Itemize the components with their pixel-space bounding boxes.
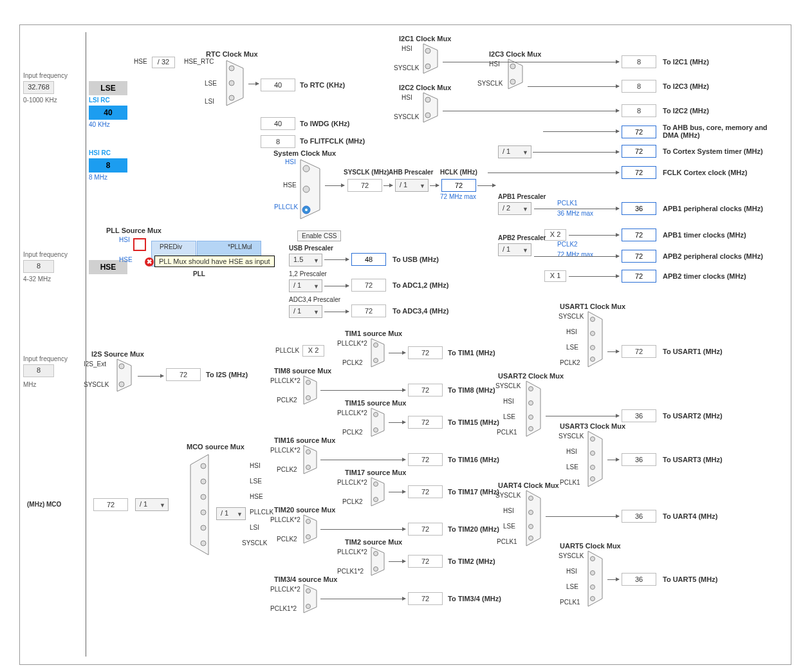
apb1-prescaler-select[interactable]: / 2: [498, 202, 531, 215]
uart5-title: UART5 Clock Mux: [560, 542, 621, 550]
svg-point-55: [591, 585, 595, 590]
tim17-out-label: To TIM17 (MHz): [448, 488, 499, 496]
rtc-mux[interactable]: [225, 59, 248, 107]
input-freq-i2s-label: Input frequency: [23, 355, 68, 362]
u3-sig2: LSE: [566, 463, 578, 471]
adc34-prescaler-select[interactable]: / 1: [289, 305, 322, 318]
input-freq-i2s[interactable]: 8: [23, 364, 54, 377]
fclk-out-val: 72: [622, 166, 656, 179]
usart2-mux[interactable]: [525, 380, 544, 438]
hclk-val[interactable]: 72: [441, 179, 476, 192]
apb2-prescaler-select[interactable]: / 1: [498, 243, 531, 256]
i2c3-mux[interactable]: [507, 58, 526, 90]
usart3-mux[interactable]: [587, 430, 606, 488]
usb-out-label: To USB (MHz): [392, 256, 439, 263]
usb-prescaler-select[interactable]: 1.5: [289, 254, 322, 266]
adc34-title: ADC3,4 Prescaler: [289, 296, 340, 303]
svg-point-22: [306, 465, 311, 470]
sysclk-out-label: SYSCLK (MHz): [344, 169, 389, 176]
cortex-div-select[interactable]: / 1: [498, 145, 531, 158]
input-freq-lse[interactable]: 32.768: [23, 81, 54, 94]
sysclk-hsi-sig: HSI: [285, 158, 296, 165]
tim8-val: 72: [408, 384, 443, 397]
usb-val[interactable]: 48: [351, 253, 386, 266]
i2s-mux[interactable]: [116, 358, 135, 393]
tim17-title: TIM17 source Mux: [345, 469, 406, 476]
wire: [443, 62, 619, 62]
wire: [383, 185, 392, 186]
usart1-val: 72: [622, 345, 656, 358]
pll-prediv-label: PREDiv: [160, 243, 182, 250]
mco-out-label: (MHz) MCO: [27, 501, 61, 508]
u1-sig3: PCLK2: [560, 359, 580, 366]
ahb-prescaler-select[interactable]: / 1: [395, 179, 429, 192]
tim20-out-label: To TIM20 (MHz): [448, 525, 499, 533]
wire: [569, 235, 619, 236]
uart5-mux[interactable]: [587, 550, 606, 608]
sysclk-val[interactable]: 72: [347, 179, 382, 192]
svg-point-51: [529, 525, 533, 529]
input-freq-hse[interactable]: 8: [23, 260, 54, 273]
mco-mux[interactable]: [187, 453, 211, 556]
uart5-out-label: To UART5 (MHz): [663, 575, 717, 583]
i2s-title: I2S Source Mux: [91, 350, 144, 358]
tim16-val: 72: [408, 453, 443, 466]
ahb-out-label: To AHB bus, core, memory and DMA (MHz): [663, 124, 772, 139]
rtc-lse-sig: LSE: [205, 80, 217, 87]
input-freq-lse-label: Input frequency: [23, 72, 68, 79]
svg-point-8: [425, 64, 430, 69]
hsi-osc[interactable]: 8: [89, 158, 127, 173]
lsi-note: 40 KHz: [89, 121, 110, 128]
wire: [569, 276, 619, 277]
usart1-mux[interactable]: [587, 310, 606, 368]
lse-osc[interactable]: LSE: [89, 81, 127, 95]
wire: [320, 529, 405, 530]
adc34-val: 72: [351, 304, 386, 317]
tim20-mux[interactable]: [302, 514, 320, 545]
u4-sig2: LSE: [503, 523, 515, 530]
lsi-osc[interactable]: 40: [89, 106, 127, 120]
tim-pllclk-sig: PLLCLK: [275, 347, 299, 354]
svg-point-6: [305, 209, 308, 211]
svg-point-26: [306, 535, 311, 539]
rtc-hse-sig: HSE: [134, 58, 147, 65]
tim34-mux[interactable]: [302, 583, 320, 614]
pclk2-note: 72 MHz max: [557, 251, 593, 258]
tim2-mux[interactable]: [370, 546, 388, 577]
flitf-out-label: To FLITFCLK (MHz): [300, 137, 365, 145]
pll-mux-error-highlight[interactable]: [133, 238, 146, 251]
apb1-mult: X 2: [544, 229, 566, 241]
svg-point-33: [201, 494, 206, 499]
enable-css-button[interactable]: Enable CSS: [297, 230, 341, 241]
u3-sig1: HSI: [566, 448, 577, 455]
i2c1-mux[interactable]: [422, 42, 441, 75]
i2c2-mux[interactable]: [422, 91, 441, 124]
adc12-prescaler-select[interactable]: / 1: [289, 279, 322, 292]
tim34-pllclk2: PLLCLK*2: [270, 586, 300, 593]
tim8-mux[interactable]: [302, 375, 320, 406]
wire: [607, 460, 619, 460]
input-freq-hse-range: 4-32 MHz: [23, 275, 51, 283]
mco-val[interactable]: 72: [93, 498, 128, 511]
sysclk-pllclk-sig: PLLCLK: [274, 203, 298, 210]
tim15-mux[interactable]: [370, 407, 388, 438]
tim17-mux[interactable]: [370, 476, 388, 507]
tim8-pclk2: PCLK2: [277, 397, 297, 404]
wire: [528, 86, 619, 87]
mco-pll-div-select[interactable]: / 1: [216, 507, 246, 520]
mco-div-select[interactable]: / 1: [135, 498, 169, 511]
tim-pll-x2: X 2: [302, 345, 324, 357]
tim16-mux[interactable]: [302, 444, 320, 475]
wire: [324, 286, 349, 286]
svg-point-28: [374, 567, 378, 572]
tim1-pclk2: PCLK2: [342, 359, 363, 366]
pll-error-tooltip: PLL Mux should have HSE as input: [154, 256, 275, 267]
uart4-mux[interactable]: [525, 489, 544, 547]
svg-point-53: [591, 557, 595, 561]
i2s-ext-sig: I2S_Ext: [84, 360, 106, 368]
sysclk-mux[interactable]: [299, 158, 325, 220]
rtc-val[interactable]: 40: [261, 79, 295, 91]
tim1-mux[interactable]: [370, 337, 388, 368]
svg-point-56: [591, 597, 595, 601]
svg-point-46: [591, 451, 595, 456]
